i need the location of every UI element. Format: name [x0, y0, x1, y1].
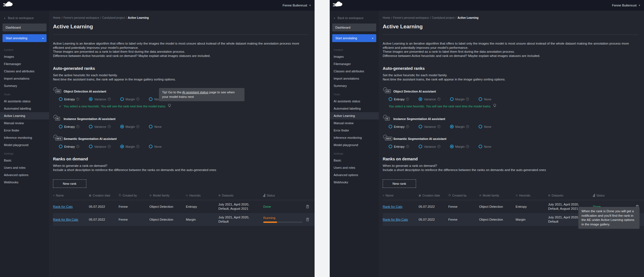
radio-option-variance[interactable]: Variance? — [419, 97, 440, 101]
sidebar-item-ai-assistants-status[interactable]: AI assistants status — [0, 98, 49, 105]
column-header-created-by[interactable]: ⒶCreated by — [119, 193, 149, 197]
radio-option-entropy[interactable]: Entropy? — [389, 97, 409, 101]
sidebar-item-manual-review[interactable]: Manual review — [330, 119, 379, 127]
sidebar-item-inference-monitoring[interactable]: Inference monitoring — [0, 134, 49, 141]
radio-unselected-icon[interactable] — [389, 125, 392, 128]
breadcrumb-link[interactable]: Home — [53, 16, 61, 19]
rank-link[interactable]: Rank for Big Cats — [53, 218, 78, 221]
sidebar-item-basic[interactable]: Basic — [0, 157, 49, 164]
sidebar-item-automated-labelling[interactable]: Automated labelling — [0, 105, 49, 112]
sidebar-item-summary[interactable]: Summary — [330, 82, 379, 89]
radio-unselected-icon[interactable] — [59, 145, 63, 148]
sidebar-item-filemanager[interactable]: Filemanager — [0, 60, 49, 68]
column-header-model-family[interactable]: ⊛Model family — [149, 194, 186, 197]
user-menu[interactable]: Fenne Buitenrust ▾ — [612, 4, 640, 7]
lightbulb-icon[interactable] — [493, 104, 496, 109]
column-header-status[interactable]: ▟Status — [263, 194, 305, 197]
start-annotating-button[interactable]: Start annotating ▸ — [3, 34, 47, 42]
start-annotating-button[interactable]: Start annotating ▸ — [332, 34, 376, 42]
sidebar-item-inference-monitoring[interactable]: Inference monitoring — [330, 134, 379, 141]
sidebar-item-images[interactable]: Images — [330, 53, 379, 60]
sidebar-item-webhooks[interactable]: Webhooks — [0, 179, 49, 186]
breadcrumb-link[interactable]: Candyland project — [432, 16, 454, 19]
sidebar-item-advanced-options[interactable]: Advanced options — [0, 171, 49, 179]
sidebar-item-import-annotations[interactable]: Import annotations — [330, 75, 379, 82]
sidebar-item-classes-and-attributes[interactable]: Classes and attributes — [0, 68, 49, 75]
radio-option-entropy[interactable]: Entropy? — [59, 97, 79, 101]
dashboard-button[interactable]: Dashboard — [332, 24, 376, 31]
column-header-created-by[interactable]: ⒶCreated by — [448, 193, 479, 197]
sidebar-item-active-learning[interactable]: Active Learning — [330, 112, 379, 119]
breadcrumb-link[interactable]: Fenne's personal workspace — [393, 16, 429, 19]
dashboard-button[interactable]: Dashboard — [3, 24, 47, 31]
column-header-heuristic[interactable]: ⊙Heuristic — [516, 194, 548, 197]
radio-option-entropy[interactable]: Entropy? — [389, 145, 409, 148]
radio-option-margin[interactable]: Margin? — [450, 145, 469, 148]
info-icon[interactable]: ? — [406, 125, 409, 128]
radio-selected-icon[interactable] — [120, 145, 124, 148]
radio-unselected-icon[interactable] — [149, 97, 153, 101]
info-icon[interactable]: ? — [76, 145, 79, 148]
sidebar-item-ai-assistants-status[interactable]: AI assistants status — [330, 98, 379, 105]
radio-unselected-icon[interactable] — [149, 125, 153, 128]
info-icon[interactable]: ? — [437, 125, 440, 128]
radio-option-variance[interactable]: Variance? — [89, 145, 111, 148]
radio-selected-icon[interactable] — [89, 97, 93, 101]
radio-selected-icon[interactable] — [450, 125, 454, 128]
breadcrumb-link[interactable]: Fenne's personal workspace — [63, 16, 99, 19]
sidebar-item-import-annotations[interactable]: Import annotations — [0, 75, 49, 82]
sidebar-item-error-finder[interactable]: Error finder — [0, 127, 49, 134]
info-icon[interactable]: ? — [136, 98, 139, 101]
radio-option-variance[interactable]: Variance? — [89, 125, 111, 128]
column-header-datasets[interactable]: ⊞Datasets — [548, 194, 593, 197]
rank-link[interactable]: Rank for Big Cats — [383, 218, 408, 221]
radio-option-none[interactable]: None — [479, 97, 491, 101]
info-icon[interactable]: ? — [437, 145, 440, 148]
radio-option-none[interactable]: None — [479, 125, 491, 128]
info-icon[interactable]: ? — [108, 145, 111, 148]
sidebar-item-summary[interactable]: Summary — [0, 82, 49, 89]
radio-option-margin[interactable]: Margin? — [450, 97, 469, 101]
rank-link[interactable]: Rank for Cats — [53, 205, 73, 208]
breadcrumb-link[interactable]: Candyland project — [102, 16, 125, 19]
radio-unselected-icon[interactable] — [419, 125, 422, 128]
info-icon[interactable]: ? — [76, 125, 79, 128]
radio-option-entropy[interactable]: Entropy? — [59, 145, 79, 148]
radio-option-none[interactable]: None — [479, 145, 491, 148]
radio-option-variance[interactable]: Variance? — [419, 145, 440, 148]
radio-option-margin[interactable]: Margin? — [120, 125, 140, 128]
back-to-workspace[interactable]: ◂ Back to workspace — [0, 15, 49, 24]
new-rank-button[interactable]: New rank — [53, 179, 86, 188]
info-icon[interactable]: ? — [466, 145, 469, 148]
radio-unselected-icon[interactable] — [479, 145, 482, 148]
column-header-name[interactable]: ≡Name — [53, 194, 89, 197]
info-icon[interactable]: ? — [76, 98, 79, 101]
breadcrumb-link[interactable]: Home — [383, 16, 390, 19]
radio-option-margin[interactable]: Margin? — [120, 145, 140, 148]
column-header-creation-date[interactable]: ▦Creation date — [419, 194, 448, 197]
sidebar-item-filemanager[interactable]: Filemanager — [330, 60, 379, 68]
new-rank-button[interactable]: New rank — [383, 179, 416, 188]
delete-icon[interactable] — [305, 204, 310, 209]
radio-selected-icon[interactable] — [419, 97, 422, 101]
radio-unselected-icon[interactable] — [149, 145, 153, 148]
radio-option-none[interactable]: None — [149, 125, 161, 128]
info-icon[interactable]: ? — [136, 125, 139, 128]
radio-option-margin[interactable]: Margin? — [450, 125, 469, 128]
back-to-workspace[interactable]: ◂ Back to workspace — [330, 15, 379, 24]
radio-unselected-icon[interactable] — [479, 97, 482, 101]
sidebar-item-users-and-roles[interactable]: Users and roles — [0, 164, 49, 171]
sidebar-item-classes-and-attributes[interactable]: Classes and attributes — [330, 68, 379, 75]
sidebar-item-error-finder[interactable]: Error finder — [330, 127, 379, 134]
radio-option-margin[interactable]: Margin? — [120, 97, 140, 101]
radio-option-entropy[interactable]: Entropy? — [389, 125, 409, 128]
info-icon[interactable]: ? — [108, 125, 111, 128]
delete-icon[interactable] — [305, 217, 310, 222]
info-icon[interactable]: ? — [406, 145, 409, 148]
radio-unselected-icon[interactable] — [89, 125, 93, 128]
info-icon[interactable]: ? — [437, 98, 440, 101]
rank-link[interactable]: Rank for Cats — [383, 205, 402, 208]
sidebar-item-manual-review[interactable]: Manual review — [0, 119, 49, 127]
radio-selected-icon[interactable] — [450, 145, 454, 148]
radio-unselected-icon[interactable] — [419, 145, 422, 148]
